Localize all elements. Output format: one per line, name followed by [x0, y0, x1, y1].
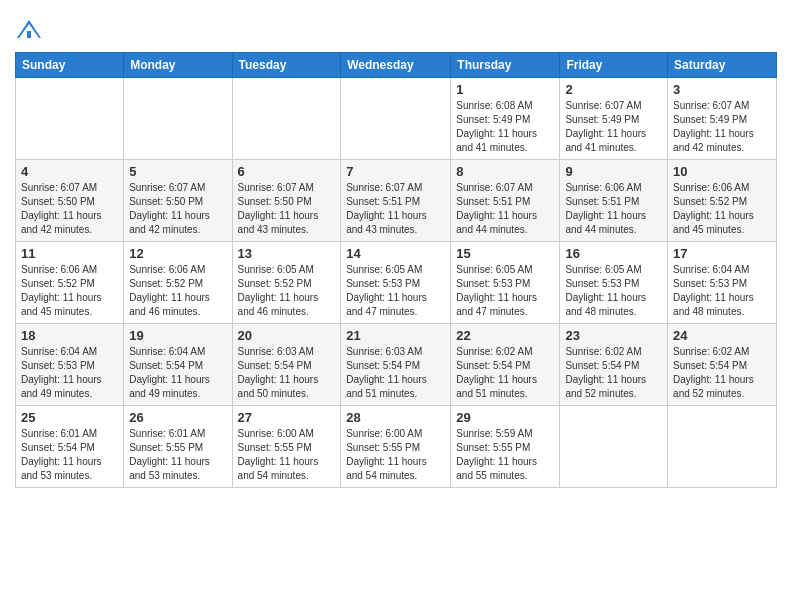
calendar-cell: 20Sunrise: 6:03 AM Sunset: 5:54 PM Dayli…	[232, 324, 341, 406]
calendar-day-header: Tuesday	[232, 53, 341, 78]
calendar-cell: 11Sunrise: 6:06 AM Sunset: 5:52 PM Dayli…	[16, 242, 124, 324]
calendar-cell: 8Sunrise: 6:07 AM Sunset: 5:51 PM Daylig…	[451, 160, 560, 242]
day-number: 24	[673, 328, 771, 343]
calendar-cell	[124, 78, 232, 160]
day-info: Sunrise: 6:06 AM Sunset: 5:52 PM Dayligh…	[673, 181, 771, 237]
page-header	[15, 10, 777, 46]
day-info: Sunrise: 6:05 AM Sunset: 5:53 PM Dayligh…	[346, 263, 445, 319]
logo-icon	[15, 18, 43, 46]
day-info: Sunrise: 6:05 AM Sunset: 5:52 PM Dayligh…	[238, 263, 336, 319]
calendar-cell: 7Sunrise: 6:07 AM Sunset: 5:51 PM Daylig…	[341, 160, 451, 242]
day-number: 27	[238, 410, 336, 425]
calendar-cell: 4Sunrise: 6:07 AM Sunset: 5:50 PM Daylig…	[16, 160, 124, 242]
day-info: Sunrise: 6:04 AM Sunset: 5:53 PM Dayligh…	[21, 345, 118, 401]
calendar-week-row: 11Sunrise: 6:06 AM Sunset: 5:52 PM Dayli…	[16, 242, 777, 324]
logo	[15, 18, 47, 46]
day-number: 14	[346, 246, 445, 261]
calendar-cell: 17Sunrise: 6:04 AM Sunset: 5:53 PM Dayli…	[668, 242, 777, 324]
day-number: 8	[456, 164, 554, 179]
day-number: 6	[238, 164, 336, 179]
calendar-cell: 2Sunrise: 6:07 AM Sunset: 5:49 PM Daylig…	[560, 78, 668, 160]
calendar-cell: 29Sunrise: 5:59 AM Sunset: 5:55 PM Dayli…	[451, 406, 560, 488]
day-number: 5	[129, 164, 226, 179]
calendar-cell: 12Sunrise: 6:06 AM Sunset: 5:52 PM Dayli…	[124, 242, 232, 324]
day-number: 21	[346, 328, 445, 343]
day-number: 19	[129, 328, 226, 343]
day-number: 29	[456, 410, 554, 425]
day-info: Sunrise: 6:06 AM Sunset: 5:52 PM Dayligh…	[129, 263, 226, 319]
day-number: 15	[456, 246, 554, 261]
day-info: Sunrise: 6:06 AM Sunset: 5:51 PM Dayligh…	[565, 181, 662, 237]
calendar-cell: 21Sunrise: 6:03 AM Sunset: 5:54 PM Dayli…	[341, 324, 451, 406]
day-info: Sunrise: 6:01 AM Sunset: 5:54 PM Dayligh…	[21, 427, 118, 483]
calendar-cell: 25Sunrise: 6:01 AM Sunset: 5:54 PM Dayli…	[16, 406, 124, 488]
day-number: 9	[565, 164, 662, 179]
calendar-cell: 22Sunrise: 6:02 AM Sunset: 5:54 PM Dayli…	[451, 324, 560, 406]
day-info: Sunrise: 6:04 AM Sunset: 5:54 PM Dayligh…	[129, 345, 226, 401]
day-number: 23	[565, 328, 662, 343]
day-info: Sunrise: 6:02 AM Sunset: 5:54 PM Dayligh…	[456, 345, 554, 401]
day-number: 13	[238, 246, 336, 261]
day-info: Sunrise: 6:07 AM Sunset: 5:51 PM Dayligh…	[456, 181, 554, 237]
day-number: 3	[673, 82, 771, 97]
day-number: 11	[21, 246, 118, 261]
day-info: Sunrise: 6:07 AM Sunset: 5:50 PM Dayligh…	[129, 181, 226, 237]
calendar-day-header: Thursday	[451, 53, 560, 78]
calendar-cell: 1Sunrise: 6:08 AM Sunset: 5:49 PM Daylig…	[451, 78, 560, 160]
day-number: 20	[238, 328, 336, 343]
day-info: Sunrise: 6:08 AM Sunset: 5:49 PM Dayligh…	[456, 99, 554, 155]
calendar-body: 1Sunrise: 6:08 AM Sunset: 5:49 PM Daylig…	[16, 78, 777, 488]
calendar-cell: 19Sunrise: 6:04 AM Sunset: 5:54 PM Dayli…	[124, 324, 232, 406]
day-info: Sunrise: 6:05 AM Sunset: 5:53 PM Dayligh…	[456, 263, 554, 319]
calendar-cell	[560, 406, 668, 488]
calendar-week-row: 4Sunrise: 6:07 AM Sunset: 5:50 PM Daylig…	[16, 160, 777, 242]
calendar-day-header: Wednesday	[341, 53, 451, 78]
day-number: 4	[21, 164, 118, 179]
day-info: Sunrise: 6:06 AM Sunset: 5:52 PM Dayligh…	[21, 263, 118, 319]
day-number: 2	[565, 82, 662, 97]
day-info: Sunrise: 6:03 AM Sunset: 5:54 PM Dayligh…	[238, 345, 336, 401]
day-number: 12	[129, 246, 226, 261]
day-info: Sunrise: 6:07 AM Sunset: 5:49 PM Dayligh…	[673, 99, 771, 155]
day-info: Sunrise: 6:00 AM Sunset: 5:55 PM Dayligh…	[238, 427, 336, 483]
calendar-cell: 24Sunrise: 6:02 AM Sunset: 5:54 PM Dayli…	[668, 324, 777, 406]
day-info: Sunrise: 6:04 AM Sunset: 5:53 PM Dayligh…	[673, 263, 771, 319]
calendar-cell	[668, 406, 777, 488]
calendar-cell	[16, 78, 124, 160]
calendar-cell: 26Sunrise: 6:01 AM Sunset: 5:55 PM Dayli…	[124, 406, 232, 488]
calendar-day-header: Monday	[124, 53, 232, 78]
calendar-table: SundayMondayTuesdayWednesdayThursdayFrid…	[15, 52, 777, 488]
calendar-cell: 23Sunrise: 6:02 AM Sunset: 5:54 PM Dayli…	[560, 324, 668, 406]
day-info: Sunrise: 6:03 AM Sunset: 5:54 PM Dayligh…	[346, 345, 445, 401]
day-number: 7	[346, 164, 445, 179]
day-info: Sunrise: 5:59 AM Sunset: 5:55 PM Dayligh…	[456, 427, 554, 483]
calendar-week-row: 25Sunrise: 6:01 AM Sunset: 5:54 PM Dayli…	[16, 406, 777, 488]
day-number: 16	[565, 246, 662, 261]
calendar-day-header: Friday	[560, 53, 668, 78]
calendar-cell: 15Sunrise: 6:05 AM Sunset: 5:53 PM Dayli…	[451, 242, 560, 324]
day-number: 17	[673, 246, 771, 261]
calendar-cell: 3Sunrise: 6:07 AM Sunset: 5:49 PM Daylig…	[668, 78, 777, 160]
calendar-cell: 5Sunrise: 6:07 AM Sunset: 5:50 PM Daylig…	[124, 160, 232, 242]
day-info: Sunrise: 6:01 AM Sunset: 5:55 PM Dayligh…	[129, 427, 226, 483]
day-info: Sunrise: 6:02 AM Sunset: 5:54 PM Dayligh…	[565, 345, 662, 401]
day-info: Sunrise: 6:02 AM Sunset: 5:54 PM Dayligh…	[673, 345, 771, 401]
day-number: 26	[129, 410, 226, 425]
calendar-cell	[341, 78, 451, 160]
day-info: Sunrise: 6:00 AM Sunset: 5:55 PM Dayligh…	[346, 427, 445, 483]
day-number: 25	[21, 410, 118, 425]
calendar-week-row: 1Sunrise: 6:08 AM Sunset: 5:49 PM Daylig…	[16, 78, 777, 160]
day-number: 18	[21, 328, 118, 343]
day-info: Sunrise: 6:07 AM Sunset: 5:49 PM Dayligh…	[565, 99, 662, 155]
calendar-cell: 27Sunrise: 6:00 AM Sunset: 5:55 PM Dayli…	[232, 406, 341, 488]
calendar-cell: 18Sunrise: 6:04 AM Sunset: 5:53 PM Dayli…	[16, 324, 124, 406]
calendar-day-header: Saturday	[668, 53, 777, 78]
day-number: 1	[456, 82, 554, 97]
calendar-cell: 10Sunrise: 6:06 AM Sunset: 5:52 PM Dayli…	[668, 160, 777, 242]
calendar-cell: 28Sunrise: 6:00 AM Sunset: 5:55 PM Dayli…	[341, 406, 451, 488]
day-number: 22	[456, 328, 554, 343]
calendar-cell: 6Sunrise: 6:07 AM Sunset: 5:50 PM Daylig…	[232, 160, 341, 242]
calendar-cell: 9Sunrise: 6:06 AM Sunset: 5:51 PM Daylig…	[560, 160, 668, 242]
day-info: Sunrise: 6:07 AM Sunset: 5:51 PM Dayligh…	[346, 181, 445, 237]
calendar-week-row: 18Sunrise: 6:04 AM Sunset: 5:53 PM Dayli…	[16, 324, 777, 406]
